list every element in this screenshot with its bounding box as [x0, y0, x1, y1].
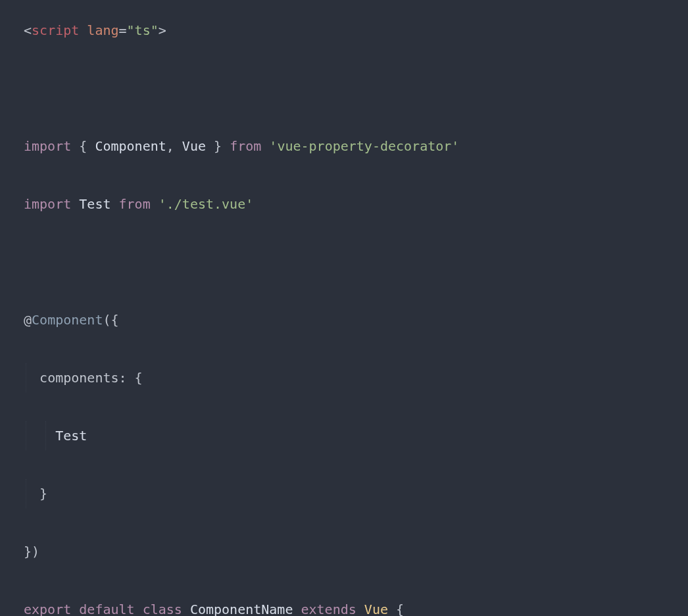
- keyword-import: import: [24, 196, 71, 212]
- attr-name: lang: [87, 22, 118, 38]
- keyword-import: import: [24, 138, 71, 154]
- keyword-from: from: [230, 138, 261, 154]
- blank-line: [24, 247, 664, 276]
- code-block: <script lang="ts"> import { Component, V…: [24, 16, 664, 616]
- code-line: import { Component, Vue } from 'vue-prop…: [24, 132, 664, 161]
- identifier: Test: [55, 428, 87, 444]
- class-name: ComponentName: [190, 602, 293, 616]
- keyword-from: from: [119, 196, 151, 212]
- angle-open: <: [24, 22, 32, 38]
- code-line: components: {: [24, 363, 664, 392]
- code-line: <script lang="ts">: [24, 16, 664, 45]
- identifier: Component: [95, 138, 166, 154]
- superclass: Vue: [364, 602, 388, 616]
- code-line: @Component({: [24, 305, 664, 334]
- at-sign: @: [24, 312, 32, 328]
- attr-value: ts: [135, 22, 151, 38]
- code-line: export default class ComponentName exten…: [24, 595, 664, 616]
- identifier: Vue: [182, 138, 206, 154]
- decorator: Component: [32, 312, 103, 328]
- identifier: Test: [79, 196, 111, 212]
- keyword-extends: extends: [301, 602, 356, 616]
- code-line: }): [24, 537, 664, 566]
- keyword-default: default: [79, 602, 134, 616]
- code-line: Test: [24, 421, 664, 450]
- blank-line: [24, 74, 664, 103]
- property: components: [39, 370, 118, 386]
- keyword-export: export: [24, 602, 71, 616]
- module-path: ./test.vue: [166, 196, 245, 212]
- code-line: }: [24, 479, 664, 508]
- module-path: vue-property-decorator: [277, 138, 451, 154]
- keyword-class: class: [143, 602, 182, 616]
- code-line: import Test from './test.vue': [24, 190, 664, 218]
- tag-name: script: [32, 22, 79, 38]
